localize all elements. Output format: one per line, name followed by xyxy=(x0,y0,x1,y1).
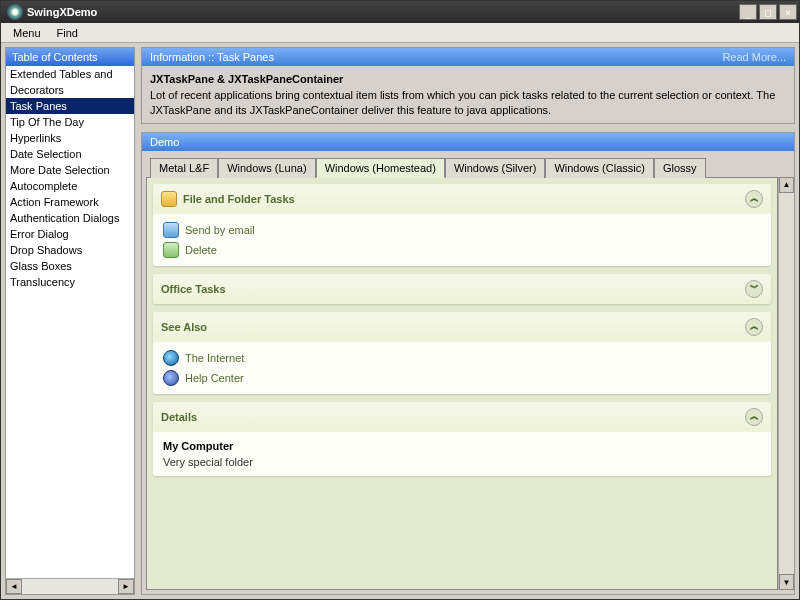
task-body-seealso: The Internet Help Center xyxy=(153,342,771,394)
tab[interactable]: Windows (Homestead) xyxy=(316,158,445,178)
link-send-email[interactable]: Send by email xyxy=(163,220,761,240)
chevron-up-icon[interactable]: ︽ xyxy=(745,408,763,426)
tab[interactable]: Windows (Classic) xyxy=(545,158,653,178)
tab-bar: Metal L&FWindows (Luna)Windows (Homestea… xyxy=(146,155,794,177)
link-internet[interactable]: The Internet xyxy=(163,348,761,368)
folder-icon xyxy=(161,191,177,207)
close-button[interactable]: × xyxy=(779,4,797,20)
sidebar-item[interactable]: More Date Selection xyxy=(6,162,134,178)
info-text: Lot of recent applications bring context… xyxy=(150,88,786,117)
java-icon xyxy=(7,4,23,20)
maximize-button[interactable]: □ xyxy=(759,4,777,20)
main-area: Information :: Task Panes Read More... J… xyxy=(141,47,795,595)
demo-panel-header: Demo xyxy=(142,133,794,151)
menubar: Menu Find xyxy=(1,23,799,43)
chevron-down-icon[interactable]: ︾ xyxy=(745,280,763,298)
details-line1: My Computer xyxy=(163,438,761,454)
read-more-link[interactable]: Read More... xyxy=(722,51,786,63)
task-head-office[interactable]: Office Tasks ︾ xyxy=(153,274,771,304)
demo-body: Metal L&FWindows (Luna)Windows (Homestea… xyxy=(142,151,794,594)
info-header-title: Information :: Task Panes xyxy=(150,51,274,63)
scroll-up-icon[interactable]: ▲ xyxy=(779,177,794,193)
titlebar: SwingXDemo _ □ × xyxy=(1,1,799,23)
delete-icon xyxy=(163,242,179,258)
menu-item-menu[interactable]: Menu xyxy=(5,25,49,41)
demo-header-title: Demo xyxy=(150,136,179,148)
content-area: Table of Contents Extended Tables andDec… xyxy=(1,43,799,599)
app-window: SwingXDemo _ □ × Menu Find Table of Cont… xyxy=(0,0,800,600)
scroll-thumb[interactable] xyxy=(779,193,794,574)
window-title: SwingXDemo xyxy=(27,6,739,18)
task-title-office: Office Tasks xyxy=(161,283,226,295)
task-pane-seealso: See Also ︽ The Internet xyxy=(153,312,771,394)
link-delete[interactable]: Delete xyxy=(163,240,761,260)
vertical-scrollbar[interactable]: ▲ ▼ xyxy=(778,177,794,590)
task-body-file: Send by email Delete xyxy=(153,214,771,266)
sidebar: Table of Contents Extended Tables andDec… xyxy=(5,47,135,595)
sidebar-hscroll[interactable]: ◄ ► xyxy=(6,578,134,594)
sidebar-header: Table of Contents xyxy=(6,48,134,66)
task-head-details[interactable]: Details ︽ xyxy=(153,402,771,432)
task-body-details: My Computer Very special folder xyxy=(153,432,771,476)
task-title-seealso: See Also xyxy=(161,321,207,333)
task-area: File and Folder Tasks ︽ Send by email xyxy=(146,177,778,590)
task-pane-details: Details ︽ My Computer Very special folde… xyxy=(153,402,771,476)
sidebar-item[interactable]: Tip Of The Day xyxy=(6,114,134,130)
chevron-up-icon[interactable]: ︽ xyxy=(745,318,763,336)
link-help[interactable]: Help Center xyxy=(163,368,761,388)
info-heading: JXTaskPane & JXTaskPaneContainer xyxy=(150,72,786,86)
sidebar-item[interactable]: Translucency xyxy=(6,274,134,290)
menu-item-find[interactable]: Find xyxy=(49,25,86,41)
help-icon xyxy=(163,370,179,386)
sidebar-item[interactable]: Decorators xyxy=(6,82,134,98)
info-panel-header: Information :: Task Panes Read More... xyxy=(142,48,794,66)
sidebar-item[interactable]: Action Framework xyxy=(6,194,134,210)
task-pane-office: Office Tasks ︾ xyxy=(153,274,771,304)
task-title-details: Details xyxy=(161,411,197,423)
info-panel: Information :: Task Panes Read More... J… xyxy=(141,47,795,124)
sidebar-item[interactable]: Date Selection xyxy=(6,146,134,162)
sidebar-item[interactable]: Task Panes xyxy=(6,98,134,114)
scroll-left-icon[interactable]: ◄ xyxy=(6,579,22,594)
sidebar-item[interactable]: Hyperlinks xyxy=(6,130,134,146)
sidebar-item[interactable]: Glass Boxes xyxy=(6,258,134,274)
task-head-seealso[interactable]: See Also ︽ xyxy=(153,312,771,342)
sidebar-item[interactable]: Error Dialog xyxy=(6,226,134,242)
demo-panel: Demo Metal L&FWindows (Luna)Windows (Hom… xyxy=(141,132,795,595)
task-head-file[interactable]: File and Folder Tasks ︽ xyxy=(153,184,771,214)
tab[interactable]: Windows (Luna) xyxy=(218,158,315,178)
demo-inner: Metal L&FWindows (Luna)Windows (Homestea… xyxy=(146,155,794,590)
task-title-file: File and Folder Tasks xyxy=(183,193,295,205)
tab[interactable]: Glossy xyxy=(654,158,706,178)
scroll-down-icon[interactable]: ▼ xyxy=(779,574,794,590)
tab[interactable]: Metal L&F xyxy=(150,158,218,178)
info-body: JXTaskPane & JXTaskPaneContainer Lot of … xyxy=(142,66,794,123)
scroll-right-icon[interactable]: ► xyxy=(118,579,134,594)
globe-icon xyxy=(163,350,179,366)
sidebar-item[interactable]: Extended Tables and xyxy=(6,66,134,82)
tab[interactable]: Windows (Silver) xyxy=(445,158,546,178)
chevron-up-icon[interactable]: ︽ xyxy=(745,190,763,208)
task-pane-file: File and Folder Tasks ︽ Send by email xyxy=(153,184,771,266)
minimize-button[interactable]: _ xyxy=(739,4,757,20)
window-controls: _ □ × xyxy=(739,4,797,20)
sidebar-item[interactable]: Authentication Dialogs xyxy=(6,210,134,226)
sidebar-list: Extended Tables andDecoratorsTask PanesT… xyxy=(6,66,134,578)
task-scroll-wrap: File and Folder Tasks ︽ Send by email xyxy=(146,177,794,590)
sidebar-item[interactable]: Drop Shadows xyxy=(6,242,134,258)
mail-icon xyxy=(163,222,179,238)
sidebar-item[interactable]: Autocomplete xyxy=(6,178,134,194)
details-line2: Very special folder xyxy=(163,454,761,470)
scroll-track[interactable] xyxy=(22,579,118,594)
